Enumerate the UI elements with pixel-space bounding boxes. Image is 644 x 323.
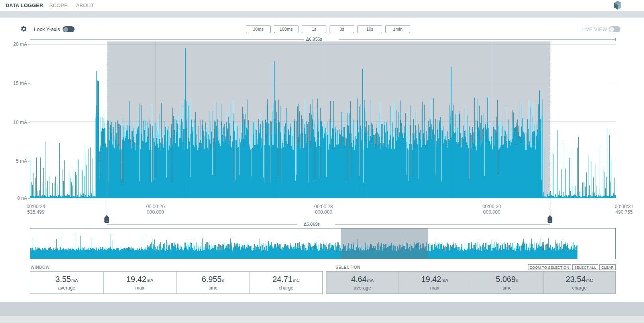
- window-max-stat: 19.42mA max: [104, 272, 177, 293]
- selection-delta-label: Δ5.069s: [302, 222, 321, 226]
- window-charge-stat: 24.71mC charge: [250, 272, 323, 293]
- toggle-knob: [63, 27, 68, 32]
- window-section-label: WINDOW: [31, 265, 49, 270]
- x-tick-label: 00:00:31490.755: [606, 204, 642, 215]
- time-button-3s[interactable]: 3s: [330, 25, 354, 33]
- y-tick-0na: 0 nA: [7, 195, 27, 201]
- y-axis-tickmark: [28, 198, 30, 199]
- selection-action-buttons: ZOOM TO SELECTION SELECT ALL CLEAR: [528, 264, 616, 270]
- minimap-overview[interactable]: [30, 228, 616, 259]
- main-waveform-canvas[interactable]: [30, 41, 616, 198]
- selection-average-stat: 4.64mA average: [326, 272, 399, 293]
- selection-delta-line-right: [335, 225, 550, 225]
- app-logo-cube-icon: [614, 1, 622, 10]
- horizontal-scrollbar[interactable]: [0, 316, 644, 323]
- live-view-label: LIVE VIEW: [581, 27, 607, 32]
- x-tick-label: 00:00:26000.000: [137, 204, 173, 215]
- window-average-stat: 3.55mA average: [30, 272, 104, 293]
- tab-data-logger[interactable]: DATA LOGGER: [6, 3, 43, 8]
- tab-scope[interactable]: SCOPE: [49, 3, 68, 8]
- window-delta-line-right: [339, 39, 616, 40]
- time-button-10s[interactable]: 10s: [357, 25, 382, 33]
- selection-stats-box: 4.64mA average 19.42mA max 5.069s time 2…: [326, 271, 616, 294]
- window-delta-label: Δ6.955s: [304, 37, 324, 41]
- time-button-1min[interactable]: 1min: [385, 25, 410, 33]
- lock-y-axis-toggle[interactable]: [63, 26, 75, 32]
- window-delta-tick-right: [615, 38, 616, 41]
- clear-selection-button[interactable]: CLEAR: [599, 264, 616, 270]
- window-stats-box: 3.55mA average 19.42mA max 6.955s time 2…: [30, 271, 323, 294]
- x-tick-label: 00:00:30000.000: [474, 204, 510, 215]
- toggle-knob: [609, 27, 614, 32]
- minimap-canvas[interactable]: [30, 228, 615, 259]
- time-button-10ms[interactable]: 10ms: [246, 25, 271, 33]
- y-tick-10ma: 10 mA: [7, 120, 27, 125]
- time-window-buttons: 10ms 100ms 1s 3s 10s 1min: [246, 25, 410, 33]
- y-tick-15ma: 15 mA: [7, 81, 27, 86]
- lock-y-axis-label: Lock Y-axis: [34, 26, 60, 32]
- selection-handle-left[interactable]: [104, 215, 109, 223]
- x-tick-label: 00:00:28000.000: [306, 204, 342, 215]
- selection-boundary-left-line: [107, 41, 107, 216]
- window-delta-tick-left: [30, 38, 30, 41]
- selection-section-label: SELECTION: [336, 265, 360, 270]
- selection-max-stat: 19.42mA max: [399, 272, 471, 293]
- selection-delta-line-left: [107, 225, 297, 225]
- zoom-to-selection-button[interactable]: ZOOM TO SELECTION: [528, 264, 571, 270]
- window-delta-line-left: [30, 39, 304, 40]
- selection-boundary-right-line: [550, 41, 550, 216]
- selection-time-stat: 5.069s time: [471, 272, 544, 293]
- y-tick-20ma: 20 mA: [7, 41, 27, 47]
- window-time-stat: 6.955s time: [177, 272, 250, 293]
- selection-handle-right[interactable]: [548, 215, 552, 223]
- header-divider-strip: [0, 11, 644, 18]
- x-tick-label: 00:00:24535.499: [18, 204, 54, 215]
- settings-gear-icon[interactable]: [20, 26, 27, 32]
- time-button-1s[interactable]: 1s: [302, 25, 326, 33]
- selection-charge-stat: 23.54mC charge: [544, 272, 616, 293]
- live-view-toggle[interactable]: [609, 26, 620, 32]
- y-tick-5ma: 5 mA: [7, 158, 27, 164]
- main-chart-plot-area[interactable]: [30, 41, 616, 198]
- tab-about[interactable]: ABOUT: [76, 3, 94, 8]
- time-button-100ms[interactable]: 100ms: [274, 25, 298, 33]
- select-all-button[interactable]: SELECT ALL: [572, 264, 598, 270]
